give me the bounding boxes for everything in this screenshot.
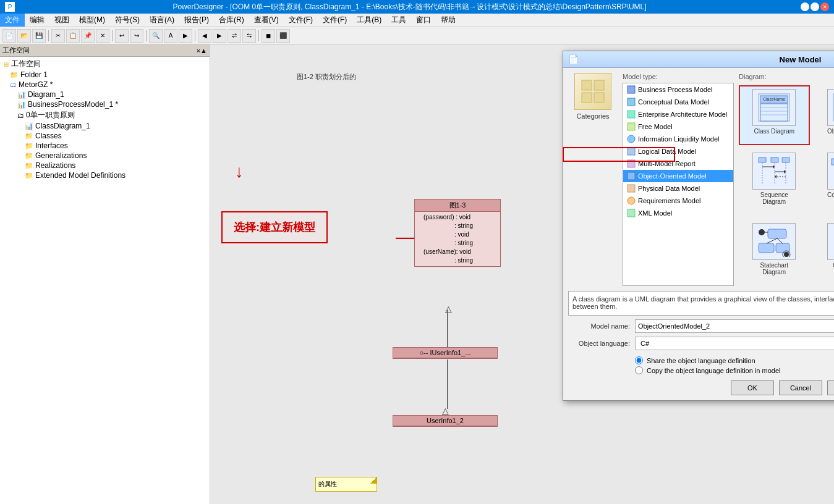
menu-model[interactable]: 模型(M) [74,14,110,27]
toolbar-btn9[interactable]: ⬛ [276,29,290,43]
toolbar-copy[interactable]: 📋 [66,29,80,43]
workspace-label: 工作空间 [11,59,41,69]
model-type-information[interactable]: Information Liquidity Model [623,133,733,145]
toolbar-btn6[interactable]: ⇌ [228,29,241,43]
svg-rect-39 [782,158,789,162]
tree-interfaces[interactable]: 📁 Interfaces [1,141,208,151]
tree-folder1[interactable]: 📁 Folder 1 [1,70,208,80]
toolbar-undo[interactable]: ↩ [115,29,129,43]
close-btn[interactable]: ✕ [820,2,829,11]
diagram1-icon: 📊 [17,91,26,99]
model-type-logical[interactable]: Logical Data Model [623,145,733,158]
radio-copy[interactable] [635,366,643,374]
toolbar-redo[interactable]: ↪ [130,29,143,43]
menu-view[interactable]: 视图 [49,14,74,27]
sidebar-controls[interactable]: ×▲ [197,47,207,54]
model-type-oom[interactable]: Object-Oriented Model [623,170,733,182]
toolbar-btn8[interactable]: ◼ [262,29,275,43]
minimize-btn[interactable]: ─ [801,2,809,11]
menu-file2[interactable]: 文件(F) [284,14,318,27]
toolbar-btn4[interactable]: ◀ [198,29,211,43]
tree-workspace[interactable]: 🖥 工作空间 [1,58,208,70]
classes-icon: 📁 [25,132,33,140]
toolbar-delete[interactable]: ✕ [96,29,109,43]
toolbar-btn2[interactable]: A [164,29,177,43]
model-type-conceptual[interactable]: Conceptual Data Model [623,96,733,108]
model-type-free[interactable]: Free Model [623,120,733,133]
sidebar-tree: 🖥 工作空间 📁 Folder 1 🗂 MetorGZ * 📊 Diagram_… [0,57,210,504]
dialog-buttons: OK Cancel Help Extensions... [563,377,834,400]
toolbar-paste[interactable]: 📌 [81,29,95,43]
tree-generalizations[interactable]: 📁 Generalizations [1,151,208,161]
model-name-input[interactable] [635,319,834,333]
menu-edit[interactable]: 编辑 [25,14,49,27]
svg-rect-11 [628,172,635,180]
tree-metorgz[interactable]: 🗂 MetorGZ * [1,80,208,90]
toolbar-btn1[interactable]: 🔍 [149,29,163,43]
model-type-xml[interactable]: XML Model [623,207,733,219]
diagram-sequence[interactable]: Sequence Diagram [739,149,810,216]
maximize-btn[interactable]: □ [811,2,819,11]
diagram-statechart[interactable]: Statechart Diagram [739,219,810,286]
tree-bpm1[interactable]: 📊 BusinessProcessModel_1 * [1,99,208,109]
tree-classes[interactable]: 📁 Classes [1,131,208,141]
model-type-physical[interactable]: Physical Data Model [623,182,733,195]
object-language-select[interactable]: C# Java [635,337,834,350]
window-controls[interactable]: ─ □ ✕ [801,2,829,11]
model-type-multimodel[interactable]: Multi-Model Report [623,158,733,170]
tree-classdiagram1[interactable]: 📊 ClassDiagram_1 [1,121,208,131]
diagram-component[interactable]: Component Diagram [814,219,835,286]
menu-help[interactable]: 帮助 [436,14,461,27]
model-type-requirements[interactable]: Requirements Model [623,195,733,207]
srp-icon: 🗂 [17,112,24,119]
tree-srp[interactable]: 🗂 0单一职责原则 [1,109,208,121]
menu-symbol[interactable]: 符号(S) [110,14,145,27]
categories-icon[interactable] [574,73,611,110]
diagrams-panel: Diagram: ⊞ ▾ [739,73,834,286]
svg-rect-6 [628,111,635,118]
tree-diagram1[interactable]: 📊 Diagram_1 [1,90,208,99]
ok-button[interactable]: OK [731,380,774,395]
new-model-dialog[interactable]: 📄 New Model ✕ [563,51,834,401]
svg-rect-38 [771,158,778,162]
workspace-icon: 🖥 [2,61,9,68]
bpm-icon [627,85,636,94]
canvas-area: 图1-2 职责划分后的 ↓ 选择:建立新模型 ————→ 图1-3 (passw… [210,44,834,504]
toolbar-save[interactable]: 💾 [32,29,46,43]
svg-rect-70 [759,243,774,253]
menu-tools[interactable]: 工具 [386,14,411,27]
menu-report[interactable]: 报告(P) [179,14,214,27]
menu-view2[interactable]: 查看(V) [249,14,284,27]
diagram-communication[interactable]: Communication Diagram [814,149,835,216]
diagram-object[interactable]: Object Diagram [814,85,835,145]
main-layout: 工作空间 ×▲ 🖥 工作空间 📁 Folder 1 🗂 MetorGZ * [0,44,834,504]
svg-rect-14 [628,209,635,217]
menu-tools2[interactable]: 工具(B) [352,14,386,27]
menu-repo[interactable]: 合库(R) [214,14,249,27]
menu-language[interactable]: 语言(A) [145,14,179,27]
toolbar-btn7[interactable]: ⇋ [242,29,256,43]
cancel-button[interactable]: Cancel [779,380,822,395]
tree-extended[interactable]: 📁 Extended Model Definitions [1,170,208,180]
svg-rect-4 [628,86,635,93]
toolbar-new[interactable]: 📄 [2,29,16,43]
diagram-class[interactable]: ClassName Class Diagram [739,85,810,145]
svg-line-73 [767,238,777,243]
menu-file3[interactable]: 文件(F) [318,14,352,27]
realizations-icon: 📁 [25,162,33,170]
sidebar-title: 工作空间 [2,46,30,55]
toolbar-open[interactable]: 📂 [17,29,31,43]
model-type-business-process[interactable]: Business Process Model [623,83,733,96]
dialog-body: Categories Model type: Business Process … [563,68,834,291]
ldm-icon [627,147,636,156]
tree-realizations[interactable]: 📁 Realizations [1,161,208,170]
toolbar-sep1 [48,30,49,41]
model-type-enterprise[interactable]: Enterprise Architecture Model [623,108,733,120]
menu-window[interactable]: 窗口 [411,14,436,27]
toolbar-cut[interactable]: ✂ [51,29,65,43]
radio-share[interactable] [635,356,643,364]
toolbar-btn5[interactable]: ▶ [213,29,226,43]
menu-file[interactable]: 文件 [0,14,25,27]
toolbar-btn3[interactable]: ▶ [179,29,192,43]
help-button[interactable]: Help [827,380,834,395]
